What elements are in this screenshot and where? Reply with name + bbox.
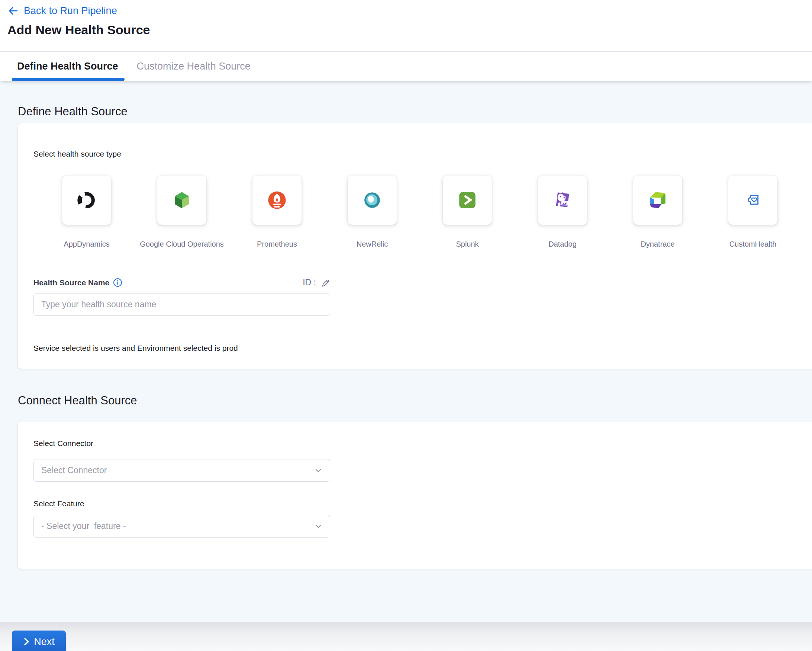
source-label: Dynatrace bbox=[641, 240, 675, 249]
define-health-source-card: Select health source type AppDynamics bbox=[18, 123, 812, 369]
select-feature-label: Select Feature bbox=[34, 499, 801, 508]
health-source-type-row: AppDynamics Google Cloud Operations bbox=[34, 176, 801, 249]
source-option-splunk: Splunk bbox=[420, 176, 515, 249]
source-option-dynatrace: Dynatrace bbox=[610, 176, 705, 249]
select-connector-label: Select Connector bbox=[34, 439, 801, 448]
source-label: Google Cloud Operations bbox=[140, 240, 224, 249]
dynatrace-icon bbox=[647, 189, 669, 211]
source-label: AppDynamics bbox=[64, 240, 109, 249]
back-arrow-icon bbox=[8, 5, 18, 16]
datadog-tile[interactable] bbox=[538, 176, 587, 225]
splunk-icon bbox=[456, 189, 478, 211]
appdynamics-icon bbox=[76, 189, 98, 211]
next-button-label: Next bbox=[34, 636, 55, 648]
appdynamics-tile[interactable] bbox=[62, 176, 111, 225]
connector-dropdown-placeholder: Select Connector bbox=[41, 465, 107, 475]
tab-label: Define Health Source bbox=[17, 61, 118, 72]
chevron-down-icon bbox=[313, 466, 323, 475]
source-label: NewRelic bbox=[357, 240, 388, 249]
page-header: Back to Run Pipeline Add New Health Sour… bbox=[0, 0, 812, 81]
newrelic-tile[interactable] bbox=[348, 176, 397, 225]
select-source-type-label: Select health source type bbox=[34, 149, 801, 159]
connect-section-heading: Connect Health Source bbox=[18, 394, 812, 407]
chevron-right-icon bbox=[23, 637, 30, 646]
tab-customize-health-source[interactable]: Customize Health Source bbox=[137, 52, 250, 81]
source-option-prometheus: Prometheus bbox=[229, 176, 325, 249]
wizard-footer: Next bbox=[0, 622, 812, 651]
google-cloud-operations-icon bbox=[171, 189, 192, 211]
tab-label: Customize Health Source bbox=[137, 61, 250, 72]
edit-id-icon[interactable] bbox=[321, 278, 330, 287]
feature-dropdown-placeholder: - Select your feature - bbox=[41, 521, 126, 531]
source-option-appdynamics: AppDynamics bbox=[39, 176, 134, 249]
health-source-name-row: Health Source Name ID : bbox=[34, 278, 330, 287]
customhealth-icon bbox=[742, 189, 764, 211]
source-label: Datadog bbox=[548, 240, 577, 249]
source-label: CustomHealth bbox=[730, 240, 777, 249]
source-option-newrelic: NewRelic bbox=[325, 176, 420, 249]
main-content: Define Health Source Select health sourc… bbox=[0, 81, 812, 622]
newrelic-icon bbox=[362, 189, 383, 211]
splunk-tile[interactable] bbox=[443, 176, 492, 225]
source-label: Prometheus bbox=[257, 240, 297, 249]
datadog-icon bbox=[552, 189, 573, 211]
chevron-down-icon bbox=[313, 521, 323, 531]
next-button[interactable]: Next bbox=[12, 631, 66, 651]
info-icon[interactable] bbox=[113, 278, 122, 287]
id-prefix-label: ID : bbox=[303, 278, 316, 287]
health-source-name-input[interactable] bbox=[34, 293, 330, 316]
active-tab-underline bbox=[12, 78, 125, 81]
tab-define-health-source[interactable]: Define Health Source bbox=[17, 52, 118, 81]
source-option-customhealth: CustomHealth bbox=[705, 176, 800, 249]
health-source-name-label: Health Source Name bbox=[34, 278, 109, 287]
connector-dropdown[interactable]: Select Connector bbox=[34, 459, 330, 482]
customhealth-tile[interactable] bbox=[728, 176, 777, 225]
tab-bar: Define Health Source Customize Health So… bbox=[0, 51, 812, 81]
prometheus-icon bbox=[266, 189, 288, 211]
source-option-google-cloud-operations: Google Cloud Operations bbox=[134, 176, 229, 249]
define-section-heading: Define Health Source bbox=[18, 81, 812, 118]
back-to-run-pipeline-link[interactable]: Back to Run Pipeline bbox=[8, 5, 117, 17]
page-title: Add New Health Source bbox=[8, 22, 812, 37]
connect-health-source-card: Select Connector Select Connector Select… bbox=[18, 422, 812, 569]
service-environment-note: Service selected is users and Environmen… bbox=[34, 343, 801, 353]
prometheus-tile[interactable] bbox=[252, 176, 302, 225]
source-label: Splunk bbox=[456, 240, 478, 249]
back-link-label: Back to Run Pipeline bbox=[24, 5, 117, 17]
google-cloud-operations-tile[interactable] bbox=[157, 176, 206, 225]
dynatrace-tile[interactable] bbox=[633, 176, 682, 225]
feature-dropdown[interactable]: - Select your feature - bbox=[34, 515, 330, 538]
source-option-datadog: Datadog bbox=[515, 176, 610, 249]
